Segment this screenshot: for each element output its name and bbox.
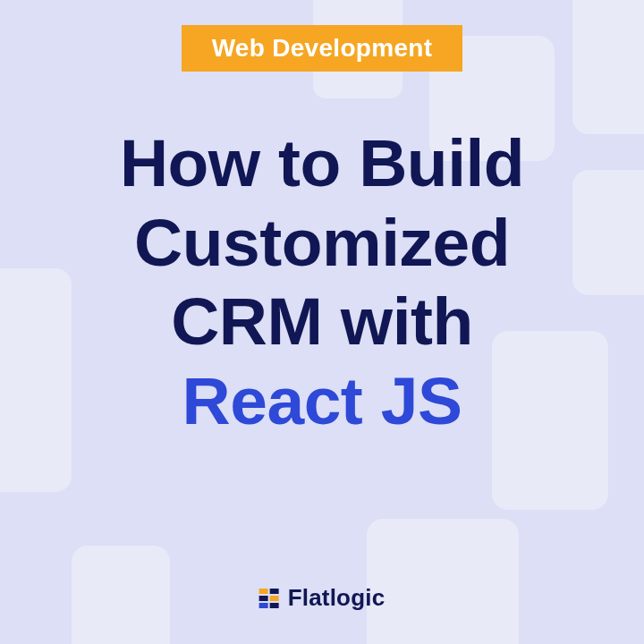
hero-title: How to Build Customized CRM with React J… (120, 123, 524, 440)
brand-name: Flatlogic (288, 584, 386, 612)
hero-line-2: Customized (120, 203, 524, 283)
hero-line-4: React JS (120, 361, 524, 441)
hero-line-3: CRM with (120, 282, 524, 361)
hero-line-1: How to Build (120, 123, 524, 203)
brand-logo-icon (259, 589, 279, 608)
category-badge: Web Development (182, 25, 463, 72)
brand-footer: Flatlogic (259, 584, 386, 612)
card-content: Web Development How to Build Customized … (0, 0, 644, 644)
category-label: Web Development (212, 34, 433, 62)
